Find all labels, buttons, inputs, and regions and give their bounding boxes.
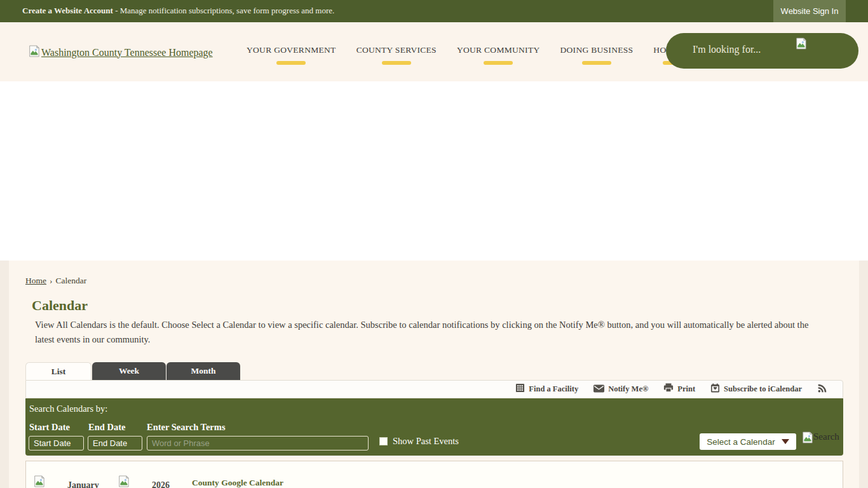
logo-alt-text: Washington County Tennessee Homepage	[41, 47, 213, 58]
show-past-events-label: Show Past Events	[393, 436, 459, 447]
nav-item-your-community[interactable]: YOUR COMMUNITY	[457, 45, 540, 65]
search-calendars-panel: Search Calendars by: Start Date End Date…	[25, 398, 843, 456]
printer-icon	[663, 383, 674, 395]
calendar-icon	[710, 383, 720, 395]
account-message: Create a Website Account - Manage notifi…	[22, 6, 334, 16]
site-search-placeholder: I'm looking for...	[693, 44, 761, 55]
view-tabs: List Week Month	[25, 362, 240, 380]
breadcrumb: Home›Calendar	[25, 276, 86, 286]
envelope-icon	[593, 384, 604, 395]
nav-underline	[276, 61, 306, 65]
breadcrumb-current: Calendar	[56, 276, 87, 285]
homepage-logo-link[interactable]: Washington County Tennessee Homepage	[29, 45, 213, 60]
find-a-facility-button[interactable]: Find a Facility	[515, 383, 578, 395]
website-sign-in-button[interactable]: Website Sign In	[773, 0, 846, 22]
rss-icon[interactable]	[817, 383, 827, 396]
calendar-toolbar: Find a Facility Notify Me® Print Subscri…	[25, 380, 843, 398]
broken-image-icon	[29, 45, 39, 60]
nav-item-doing-business[interactable]: DOING BUSINESS	[560, 45, 634, 65]
month-select[interactable]: January	[67, 480, 99, 488]
show-past-events-checkbox[interactable]	[379, 437, 388, 445]
breadcrumb-home-link[interactable]: Home	[25, 276, 46, 285]
search-terms-label: Enter Search Terms	[147, 422, 226, 433]
search-panel-heading: Search Calendars by:	[29, 403, 107, 414]
facility-grid-icon	[515, 383, 525, 395]
tab-month[interactable]: Month	[166, 362, 240, 380]
events-list-box: January 2026 County Google Calendar	[25, 461, 843, 488]
tab-week[interactable]: Week	[92, 362, 166, 380]
tab-list[interactable]: List	[25, 362, 92, 380]
start-date-input[interactable]	[29, 436, 84, 451]
year-select[interactable]: 2026	[152, 480, 170, 488]
site-header: Washington County Tennessee Homepage YOU…	[0, 22, 868, 81]
notify-me-button[interactable]: Notify Me®	[593, 384, 648, 395]
search-icon[interactable]	[796, 37, 806, 52]
broken-image-icon	[34, 475, 44, 488]
chevron-down-icon	[782, 439, 789, 444]
end-date-input[interactable]	[88, 436, 142, 451]
create-account-link[interactable]: Create a Website Account	[22, 6, 113, 15]
site-search-box[interactable]: I'm looking for...	[666, 33, 858, 69]
top-bar: Create a Website Account - Manage notifi…	[0, 0, 868, 22]
nav-underline	[484, 61, 513, 65]
nav-item-county-services[interactable]: COUNTY SERVICES	[356, 45, 437, 65]
main-navigation: YOUR GOVERNMENT COUNTY SERVICES YOUR COM…	[236, 45, 712, 65]
search-button[interactable]: Search	[802, 431, 839, 445]
nav-underline	[582, 61, 611, 65]
subscribe-icalendar-button[interactable]: Subscribe to iCalendar	[710, 383, 802, 395]
broken-image-icon	[802, 431, 813, 445]
print-button[interactable]: Print	[663, 383, 695, 395]
end-date-label: End Date	[88, 422, 125, 433]
start-date-label: Start Date	[29, 422, 70, 433]
calendar-name-link[interactable]: County Google Calendar	[192, 478, 283, 488]
nav-underline	[382, 61, 411, 65]
select-calendar-dropdown[interactable]: Select a Calendar	[700, 433, 796, 450]
broken-image-icon	[118, 475, 129, 488]
nav-item-your-government[interactable]: YOUR GOVERNMENT	[247, 45, 336, 65]
calendar-page: Create a Website Account - Manage notifi…	[0, 0, 868, 488]
page-title: Calendar	[32, 297, 88, 314]
show-past-events-control: Show Past Events	[379, 436, 459, 447]
page-description: View All Calendars is the default. Choos…	[35, 318, 823, 347]
search-terms-input[interactable]	[147, 436, 369, 451]
